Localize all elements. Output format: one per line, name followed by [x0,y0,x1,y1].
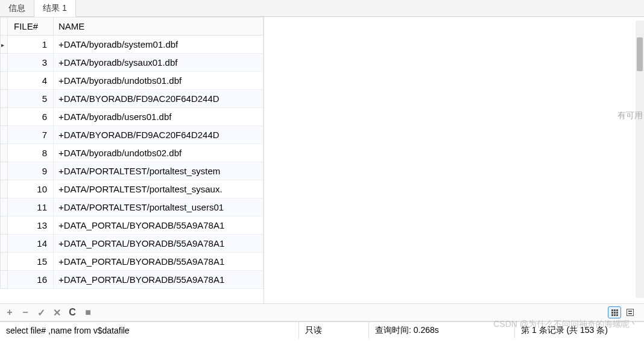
refresh-button[interactable]: C [66,306,78,318]
tab-result-1[interactable]: 结果 1 [34,0,76,17]
cell-file[interactable]: 4 [8,72,54,90]
cell-file[interactable]: 10 [8,180,54,198]
tabs-bar: 信息 结果 1 [0,0,644,17]
cell-name[interactable]: +DATA_PORTAL/BYORADB/55A9A78A1 [54,253,264,271]
table-row[interactable]: 1+DATA/byoradb/system01.dbf [1,36,264,54]
row-handle[interactable] [1,54,8,72]
cell-name[interactable]: +DATA/BYORADB/FD9AC20F64D244D [54,126,264,144]
table-row[interactable]: 16+DATA_PORTAL/BYORADB/55A9A78A1 [1,271,264,289]
status-record: 第 1 条记录 (共 153 条) [515,322,644,338]
cell-file[interactable]: 7 [8,126,54,144]
cell-file[interactable]: 5 [8,90,54,108]
status-bar: select file# ,name from v$datafile 只读 查询… [0,321,644,338]
row-handle[interactable] [1,235,8,253]
cell-file[interactable]: 8 [8,144,54,162]
side-hint-text: 有可用 [617,110,643,121]
status-query-time: 查询时间: 0.268s [369,322,515,338]
column-header-name[interactable]: NAME [54,17,264,36]
cell-name[interactable]: +DATA/byoradb/sysaux01.dbf [54,54,264,72]
tab-info[interactable]: 信息 [0,0,34,16]
grid-view-button[interactable] [608,306,621,318]
row-handle[interactable] [1,180,8,198]
form-view-button[interactable] [623,306,637,318]
row-handle[interactable] [1,36,8,54]
row-handle[interactable] [1,253,8,271]
row-handle[interactable] [1,72,8,90]
row-handle-header [1,17,8,36]
row-handle[interactable] [1,162,8,180]
row-handle[interactable] [1,198,8,217]
column-header-file[interactable]: FILE# [8,17,54,36]
cell-name[interactable]: +DATA/PORTALTEST/portaltest_system [54,162,264,180]
cell-name[interactable]: +DATA/byoradb/undotbs02.dbf [54,144,264,162]
table-row[interactable]: 15+DATA_PORTAL/BYORADB/55A9A78A1 [1,253,264,271]
cell-name[interactable]: +DATA_PORTAL/BYORADB/55A9A78A1 [54,235,264,253]
table-row[interactable]: 8+DATA/byoradb/undotbs02.dbf [1,144,264,162]
scrollbar-thumb[interactable] [637,37,643,71]
toolbar-right [608,306,640,318]
toolbar-left: + − ✓ ✕ C ■ [4,306,94,318]
cell-file[interactable]: 11 [8,198,54,217]
row-handle[interactable] [1,126,8,144]
results-grid: FILE# NAME 1+DATA/byoradb/system01.dbf3+… [0,17,264,303]
remove-row-button[interactable]: − [19,306,31,318]
cell-file[interactable]: 6 [8,108,54,126]
cell-file[interactable]: 13 [8,217,54,235]
cell-name[interactable]: +DATA/PORTALTEST/portaltest_sysaux. [54,180,264,198]
content-area: FILE# NAME 1+DATA/byoradb/system01.dbf3+… [0,17,644,303]
cancel-button[interactable]: ✕ [51,306,63,318]
table-row[interactable]: 4+DATA/byoradb/undotbs01.dbf [1,72,264,90]
cell-file[interactable]: 9 [8,162,54,180]
cell-file[interactable]: 16 [8,271,54,289]
confirm-button[interactable]: ✓ [35,306,47,318]
status-readonly: 只读 [299,322,369,338]
results-table: FILE# NAME 1+DATA/byoradb/system01.dbf3+… [0,17,264,289]
row-handle[interactable] [1,271,8,289]
stop-button[interactable]: ■ [82,306,94,318]
cell-name[interactable]: +DATA/byoradb/users01.dbf [54,108,264,126]
status-sql: select file# ,name from v$datafile [0,322,299,338]
table-row[interactable]: 3+DATA/byoradb/sysaux01.dbf [1,54,264,72]
cell-file[interactable]: 14 [8,235,54,253]
form-icon [627,309,634,316]
cell-file[interactable]: 15 [8,253,54,271]
row-handle[interactable] [1,108,8,126]
cell-name[interactable]: +DATA/PORTALTEST/portaltest_users01 [54,198,264,217]
row-handle[interactable] [1,217,8,235]
cell-name[interactable]: +DATA/byoradb/undotbs01.dbf [54,72,264,90]
table-row[interactable]: 5+DATA/BYORADB/FD9AC20F64D244D [1,90,264,108]
table-row[interactable]: 13+DATA_PORTAL/BYORADB/55A9A78A1 [1,217,264,235]
cell-name[interactable]: +DATA_PORTAL/BYORADB/55A9A78A1 [54,271,264,289]
table-row[interactable]: 7+DATA/BYORADB/FD9AC20F64D244D [1,126,264,144]
row-handle[interactable] [1,90,8,108]
cell-file[interactable]: 1 [8,36,54,54]
grid-toolbar: + − ✓ ✕ C ■ [0,303,644,321]
add-row-button[interactable]: + [4,306,16,318]
cell-name[interactable]: +DATA/byoradb/system01.dbf [54,36,264,54]
cell-name[interactable]: +DATA_PORTAL/BYORADB/55A9A78A1 [54,217,264,235]
table-row[interactable]: 10+DATA/PORTALTEST/portaltest_sysaux. [1,180,264,198]
cell-file[interactable]: 3 [8,54,54,72]
table-row[interactable]: 14+DATA_PORTAL/BYORADB/55A9A78A1 [1,235,264,253]
table-row[interactable]: 9+DATA/PORTALTEST/portaltest_system [1,162,264,180]
vertical-scrollbar[interactable] [636,21,644,298]
cell-name[interactable]: +DATA/BYORADB/FD9AC20F64D244D [54,90,264,108]
row-handle[interactable] [1,144,8,162]
table-row[interactable]: 11+DATA/PORTALTEST/portaltest_users01 [1,198,264,217]
table-row[interactable]: 6+DATA/byoradb/users01.dbf [1,108,264,126]
right-empty-area [264,17,644,303]
grid-icon [611,309,618,316]
